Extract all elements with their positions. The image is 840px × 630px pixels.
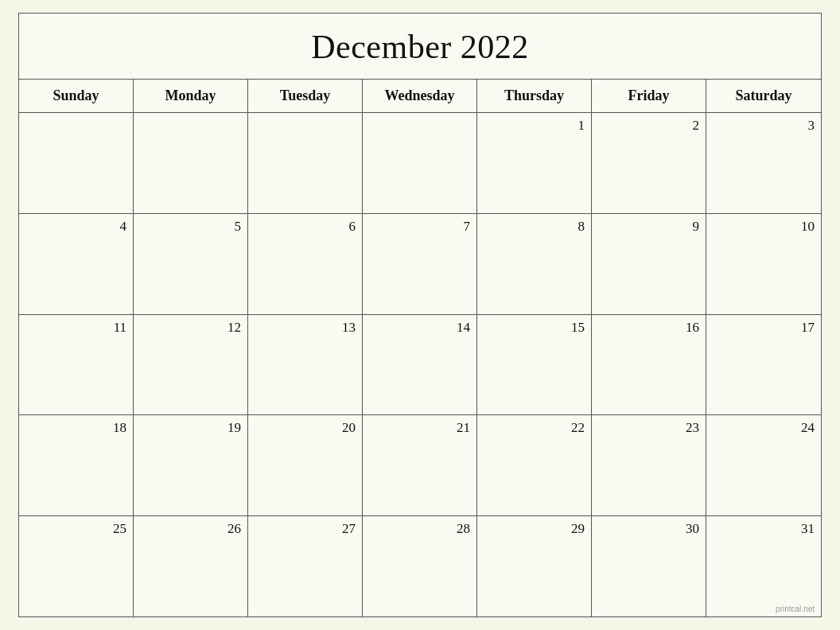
day-cell: 12 (134, 315, 248, 415)
day-cell: 25 (19, 516, 134, 616)
week-row-3: 11121314151617 (19, 315, 821, 416)
day-cell: 16 (592, 315, 706, 415)
week-row-5: 25262728293031printcal.net (19, 516, 821, 616)
day-cell: 10 (706, 214, 821, 314)
day-cell (248, 113, 363, 213)
day-cell: 21 (363, 415, 477, 515)
day-cell: 11 (19, 315, 134, 415)
day-cell: 4 (19, 214, 134, 314)
day-cell: 3 (706, 113, 821, 213)
day-cell: 23 (592, 415, 706, 515)
day-cell: 22 (477, 415, 592, 515)
day-cell: 8 (477, 214, 592, 314)
day-cell: 6 (248, 214, 363, 314)
day-cell: 7 (363, 214, 477, 314)
week-row-1: 123 (19, 113, 821, 214)
day-cell: 5 (134, 214, 248, 314)
day-header-saturday: Saturday (706, 80, 821, 112)
day-cell: 31printcal.net (706, 516, 821, 616)
day-header-tuesday: Tuesday (248, 80, 363, 112)
week-row-2: 45678910 (19, 214, 821, 315)
weeks-container: 1234567891011121314151617181920212223242… (19, 113, 821, 616)
day-cell: 2 (592, 113, 706, 213)
day-cell: 1 (477, 113, 592, 213)
calendar-grid: SundayMondayTuesdayWednesdayThursdayFrid… (19, 80, 821, 616)
day-cell: 18 (19, 415, 134, 515)
week-row-4: 18192021222324 (19, 415, 821, 516)
day-cell: 15 (477, 315, 592, 415)
day-cell: 9 (592, 214, 706, 314)
day-cell: 26 (134, 516, 248, 616)
day-cell: 20 (248, 415, 363, 515)
day-header-wednesday: Wednesday (363, 80, 477, 112)
day-cell: 27 (248, 516, 363, 616)
calendar: December 2022 SundayMondayTuesdayWednesd… (18, 13, 822, 617)
day-cell: 24 (706, 415, 821, 515)
day-cell: 30 (592, 516, 706, 616)
calendar-title: December 2022 (19, 14, 821, 80)
day-header-thursday: Thursday (477, 80, 592, 112)
day-cell: 28 (363, 516, 477, 616)
day-cell: 13 (248, 315, 363, 415)
day-headers-row: SundayMondayTuesdayWednesdayThursdayFrid… (19, 80, 821, 113)
day-cell: 14 (363, 315, 477, 415)
day-header-monday: Monday (134, 80, 248, 112)
day-cell (363, 113, 477, 213)
day-cell (19, 113, 134, 213)
day-header-friday: Friday (592, 80, 706, 112)
day-cell: 29 (477, 516, 592, 616)
day-cell: 19 (134, 415, 248, 515)
day-cell (134, 113, 248, 213)
day-header-sunday: Sunday (19, 80, 134, 112)
watermark: printcal.net (776, 605, 815, 613)
day-cell: 17 (706, 315, 821, 415)
